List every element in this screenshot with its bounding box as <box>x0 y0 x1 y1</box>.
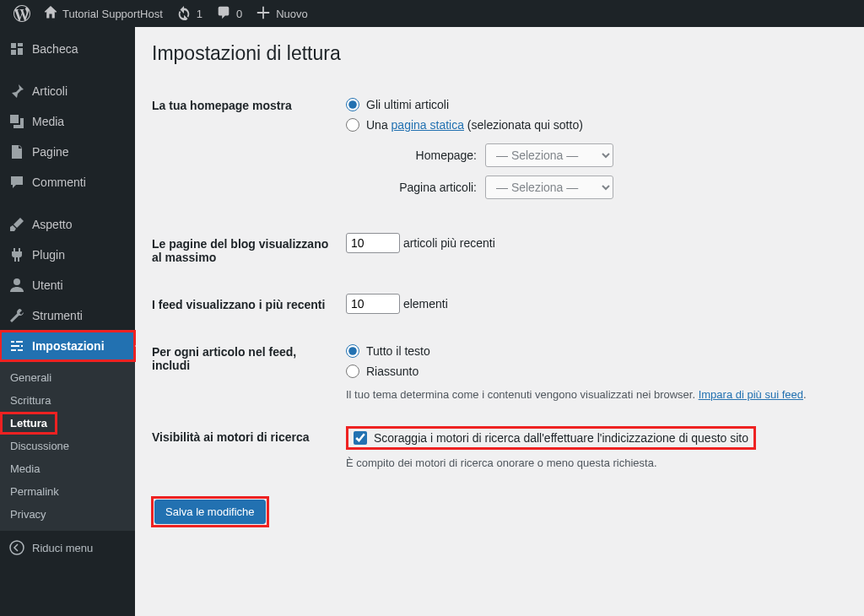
visibility-label: Visibilità ai motori di ricerca <box>152 413 338 482</box>
sidebar-item-posts[interactable]: Articoli <box>0 76 135 106</box>
submenu-item-media[interactable]: Media <box>0 457 135 480</box>
posts-page-select[interactable]: — Seleziona — <box>485 176 613 199</box>
feed-items-input[interactable] <box>346 294 400 314</box>
homepage-label: La tua homepage mostra <box>152 82 338 220</box>
radio-latest-posts[interactable] <box>346 98 359 111</box>
settings-submenu: Generali Scrittura Lettura Discussione M… <box>0 361 135 531</box>
radio-full-text[interactable] <box>346 344 359 358</box>
feed-items-suffix: elementi <box>403 297 448 311</box>
static-page-link[interactable]: pagina statica <box>392 118 464 132</box>
svg-point-0 <box>14 278 20 285</box>
pin-icon <box>8 83 25 100</box>
radio-static-page-label: Una pagina statica (selezionata qui sott… <box>366 118 583 132</box>
updates-count: 1 <box>197 8 202 20</box>
site-name-link[interactable]: Tutorial SupportHost <box>37 0 170 27</box>
plus-icon <box>256 5 271 23</box>
radio-summary[interactable] <box>346 365 359 378</box>
home-icon <box>44 6 57 22</box>
refresh-icon <box>176 5 192 23</box>
collapse-menu[interactable]: Riduci menu <box>0 531 135 565</box>
main-content: Impostazioni di lettura La tua homepage … <box>135 27 864 616</box>
collapse-icon <box>8 539 25 556</box>
submenu-item-discussion[interactable]: Discussione <box>0 435 135 457</box>
feed-description: Il tuo tema determina come i contenuti v… <box>346 388 839 401</box>
feed-learn-more-link[interactable]: Impara di più sui feed <box>699 388 803 401</box>
dashboard-icon <box>8 41 25 57</box>
comment-icon <box>8 174 25 191</box>
comment-icon <box>216 5 231 23</box>
sliders-icon <box>8 338 25 354</box>
checkbox-discourage-search[interactable] <box>354 431 367 445</box>
sidebar-item-media[interactable]: Media <box>0 106 135 137</box>
blog-pages-suffix: articoli più recenti <box>403 236 495 250</box>
submenu-item-privacy[interactable]: Privacy <box>0 503 135 526</box>
new-content-link[interactable]: Nuovo <box>249 0 315 27</box>
wp-logo[interactable] <box>7 0 37 27</box>
admin-toolbar: Tutorial SupportHost 1 0 Nuovo <box>0 0 864 27</box>
page-icon <box>8 143 25 160</box>
page-title: Impostazioni di lettura <box>152 42 847 65</box>
sidebar-item-settings[interactable]: Impostazioni <box>0 331 135 361</box>
admin-sidebar: Bacheca Articoli Media Pagine Commenti A… <box>0 27 135 616</box>
sidebar-item-dashboard[interactable]: Bacheca <box>0 34 135 64</box>
wordpress-icon <box>14 5 30 22</box>
feed-content-label: Per ogni articolo nel feed, includi <box>152 328 338 413</box>
submenu-item-permalink[interactable]: Permalink <box>0 480 135 503</box>
radio-latest-posts-label: Gli ultimi articoli <box>366 98 449 111</box>
homepage-select-label: Homepage: <box>380 149 477 162</box>
save-button[interactable]: Salva le modifiche <box>154 500 266 524</box>
radio-static-page[interactable] <box>346 118 359 132</box>
media-icon <box>8 113 25 130</box>
submenu-item-writing[interactable]: Scrittura <box>0 389 135 412</box>
sidebar-item-pages[interactable]: Pagine <box>0 137 135 167</box>
plugin-icon <box>8 246 25 263</box>
sidebar-item-plugins[interactable]: Plugin <box>0 240 135 270</box>
submenu-item-general[interactable]: Generali <box>0 366 135 389</box>
svg-point-1 <box>10 541 24 554</box>
new-label: Nuovo <box>276 8 308 20</box>
posts-page-select-label: Pagina articoli: <box>380 181 477 194</box>
highlight-discourage: Scoraggia i motori di ricerca dall'effet… <box>346 426 756 450</box>
sidebar-item-users[interactable]: Utenti <box>0 270 135 300</box>
sidebar-item-comments[interactable]: Commenti <box>0 167 135 197</box>
blog-pages-input[interactable] <box>346 233 400 253</box>
radio-summary-label: Riassunto <box>366 365 418 378</box>
feed-items-label: I feed visualizzano i più recenti <box>152 281 338 328</box>
brush-icon <box>8 216 25 233</box>
site-name: Tutorial SupportHost <box>62 8 163 20</box>
comments-count: 0 <box>236 8 242 20</box>
updates-link[interactable]: 1 <box>170 0 209 27</box>
visibility-description: È compito dei motori di ricerca onorare … <box>346 457 839 469</box>
comments-link[interactable]: 0 <box>209 0 249 27</box>
checkbox-discourage-label: Scoraggia i motori di ricerca dall'effet… <box>374 431 748 445</box>
submenu-item-reading[interactable]: Lettura <box>0 412 57 435</box>
wrench-icon <box>8 307 25 324</box>
radio-full-text-label: Tutto il testo <box>366 344 430 358</box>
sidebar-item-appearance[interactable]: Aspetto <box>0 209 135 240</box>
homepage-select[interactable]: — Seleziona — <box>485 143 613 167</box>
sidebar-item-tools[interactable]: Strumenti <box>0 300 135 331</box>
user-icon <box>8 277 25 294</box>
blog-pages-label: Le pagine del blog visualizzano al massi… <box>152 220 338 281</box>
